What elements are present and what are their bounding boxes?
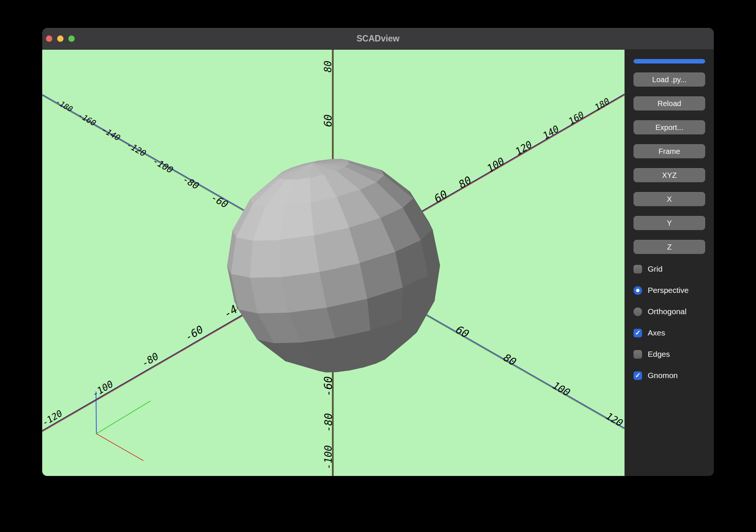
progress-bar bbox=[633, 59, 705, 64]
edges-toggle[interactable]: Edges bbox=[633, 350, 705, 359]
perspective-radio-icon[interactable] bbox=[633, 286, 642, 295]
y-axis-tick-label: 180 bbox=[593, 96, 611, 112]
z-axis-tick-label: 60 bbox=[322, 114, 334, 127]
gnomon-y-axis bbox=[96, 401, 151, 434]
view-xyz-button[interactable]: XYZ bbox=[633, 168, 705, 182]
view-z-button[interactable]: Z bbox=[633, 240, 705, 254]
x-axis-tick-label: -60 bbox=[209, 192, 230, 210]
orthogonal-radio-icon[interactable] bbox=[633, 307, 642, 316]
gnomon bbox=[96, 392, 151, 461]
title-bar[interactable]: SCADview bbox=[42, 28, 714, 50]
gnomon-x-axis bbox=[96, 434, 143, 461]
orthogonal-toggle[interactable]: Orthogonal bbox=[633, 307, 705, 316]
y-axis-tick-label: 120 bbox=[513, 139, 534, 157]
export-button[interactable]: Export... bbox=[633, 120, 705, 134]
y-axis-tick-label: -60 bbox=[183, 323, 205, 343]
z-axis-tick-label: 80 bbox=[322, 61, 334, 72]
view-y-button[interactable]: Y bbox=[633, 216, 705, 230]
gnomon-z-axis bbox=[96, 392, 96, 434]
axes-checkbox-icon[interactable] bbox=[633, 329, 642, 337]
load-py-button[interactable]: Load .py... bbox=[633, 72, 705, 87]
gnomon-checkbox-icon[interactable] bbox=[633, 371, 642, 380]
reload-button[interactable]: Reload bbox=[633, 96, 705, 111]
viewport-3d[interactable]: -180-160-140-120-100-80-60406080100120-1… bbox=[42, 50, 625, 476]
edges-label: Edges bbox=[648, 350, 670, 359]
x-axis-tick-label: -120 bbox=[125, 140, 148, 158]
z-axis-tick-label: -100 bbox=[322, 445, 334, 469]
grid-checkbox-icon[interactable] bbox=[633, 265, 642, 273]
grid-label: Grid bbox=[648, 265, 663, 273]
y-axis-tick-label: 160 bbox=[567, 109, 586, 127]
x-axis-tick-label: -100 bbox=[151, 155, 175, 175]
y-axis-tick-label: -80 bbox=[140, 350, 161, 369]
view-x-button[interactable]: X bbox=[633, 192, 705, 206]
x-axis-tick-label: -160 bbox=[77, 111, 97, 128]
perspective-toggle[interactable]: Perspective bbox=[633, 286, 705, 295]
x-axis-tick-label: 60 bbox=[453, 323, 471, 341]
scene-canvas[interactable]: -180-160-140-120-100-80-60406080100120-1… bbox=[42, 50, 625, 476]
edges-checkbox-icon[interactable] bbox=[633, 350, 642, 359]
z-axis-tick-label: -80 bbox=[322, 413, 335, 432]
progress-bar-fill bbox=[633, 59, 705, 64]
axes-label: Axes bbox=[648, 328, 665, 337]
sphere-facet bbox=[239, 309, 258, 340]
y-axis-tick-label: 80 bbox=[456, 174, 474, 191]
y-axis-tick-label: 60 bbox=[432, 188, 449, 205]
perspective-label: Perspective bbox=[648, 286, 689, 295]
y-axis-tick-label: 100 bbox=[485, 155, 506, 174]
x-axis-tick-label: 100 bbox=[551, 379, 572, 398]
frame-button[interactable]: Frame bbox=[633, 144, 705, 158]
y-axis-tick-label: 140 bbox=[541, 123, 561, 141]
window-content: -180-160-140-120-100-80-60406080100120-1… bbox=[42, 50, 714, 476]
grid-toggle[interactable]: Grid bbox=[633, 265, 705, 273]
sphere-mesh bbox=[227, 159, 440, 372]
gnomon-toggle[interactable]: Gnomon bbox=[633, 371, 705, 380]
scadview-window: SCADview -180-160-140-120-100-80-6040608… bbox=[42, 28, 714, 476]
window-title: SCADview bbox=[42, 28, 714, 49]
toggle-list: Grid Perspective Orthogonal Axes Edges bbox=[633, 265, 705, 380]
orthogonal-label: Orthogonal bbox=[648, 307, 687, 316]
control-sidebar: Load .py... Reload Export... Frame XYZ X… bbox=[625, 50, 714, 476]
axes-toggle[interactable]: Axes bbox=[633, 328, 705, 337]
x-axis-tick-label: -140 bbox=[100, 125, 122, 143]
z-axis-tick-label: -60 bbox=[322, 376, 335, 396]
gnomon-label: Gnomon bbox=[648, 371, 678, 380]
